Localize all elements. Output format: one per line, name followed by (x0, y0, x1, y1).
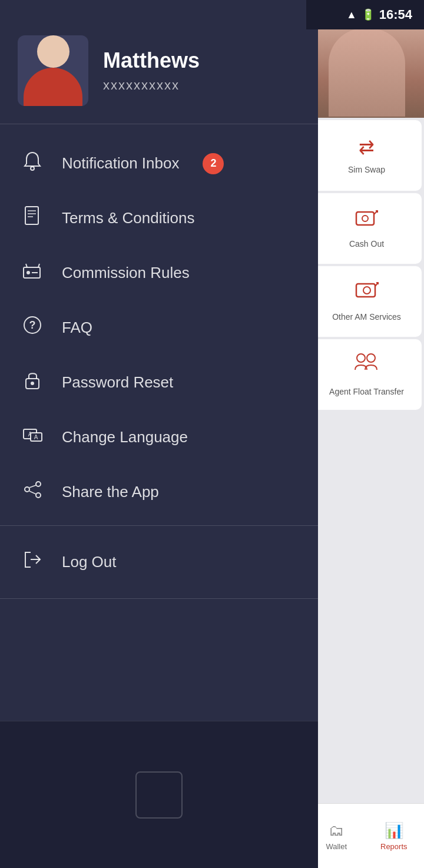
menu-list: Notification Inbox 2 Terms & Conditions (0, 124, 318, 721)
terms-conditions-label: Terms & Conditions (62, 209, 194, 227)
menu-divider-2 (0, 598, 318, 599)
svg-rect-0 (356, 212, 374, 225)
password-reset-icon (21, 370, 44, 395)
svg-point-14 (26, 271, 30, 274)
svg-point-5 (367, 354, 375, 362)
other-am-services-label: Other AM Services (332, 312, 401, 322)
cash-out-icon (355, 207, 379, 233)
reports-label: Reports (380, 842, 408, 851)
notification-icon (21, 151, 44, 176)
sim-swap-item[interactable]: ⇄ Sim Swap (312, 120, 422, 191)
user-info: Matthews xxxxxxxxxx (103, 48, 300, 93)
change-language-icon: A A (21, 425, 44, 450)
share-icon (21, 479, 44, 505)
side-drawer: Matthews xxxxxxxxxx Notification Inbox 2 (0, 0, 318, 868)
faq-label: FAQ (62, 319, 92, 337)
user-name: Matthews (103, 48, 300, 73)
menu-divider-1 (0, 525, 318, 526)
svg-rect-7 (25, 207, 38, 224)
share-app-label: Share the App (62, 483, 159, 501)
wallet-label: Wallet (326, 842, 347, 851)
menu-item-notification-inbox[interactable]: Notification Inbox 2 (0, 136, 318, 191)
svg-point-26 (36, 493, 41, 498)
reports-nav-item[interactable]: 📊 Reports (376, 817, 412, 856)
cash-out-label: Cash Out (349, 238, 384, 249)
svg-point-24 (36, 482, 41, 486)
menu-item-commission-rules[interactable]: Commission Rules (0, 246, 318, 300)
menu-item-password-reset[interactable]: Password Reset (0, 355, 318, 410)
status-bar: ▲ 🔋 16:54 (306, 0, 424, 29)
other-am-services-item[interactable]: Other AM Services (312, 266, 422, 337)
signal-icon: ▲ (346, 9, 357, 21)
svg-text:?: ? (29, 319, 35, 331)
svg-point-4 (357, 354, 365, 362)
wallet-nav-item[interactable]: 🗂 Wallet (321, 817, 352, 856)
svg-line-27 (29, 485, 36, 488)
svg-line-28 (29, 491, 36, 494)
menu-item-terms-conditions[interactable]: Terms & Conditions (0, 191, 318, 246)
menu-item-share-app[interactable]: Share the App (0, 465, 318, 519)
svg-point-19 (31, 382, 34, 385)
avatar (18, 35, 88, 106)
agent-float-transfer-item[interactable]: Agent Float Transfer (312, 339, 422, 410)
svg-point-3 (363, 287, 370, 294)
hero-photo (309, 26, 424, 118)
right-panel: 🔔 ⇄ Sim Swap Cash Out (309, 0, 424, 868)
menu-item-faq[interactable]: ? FAQ (0, 300, 318, 355)
logout-label: Log Out (62, 553, 117, 571)
agent-float-transfer-label: Agent Float Transfer (329, 386, 404, 397)
commission-icon (21, 260, 44, 286)
svg-point-6 (31, 167, 34, 170)
menu-item-change-language[interactable]: A A Change Language (0, 410, 318, 465)
bottom-nav: 🗂 Wallet 📊 Reports (309, 803, 424, 868)
drawer-footer (0, 721, 318, 868)
svg-text:A: A (34, 434, 38, 440)
logout-icon (21, 549, 44, 575)
status-time: 16:54 (379, 7, 412, 22)
reports-icon: 📊 (385, 821, 403, 840)
footer-decoration (135, 771, 183, 819)
notification-inbox-label: Notification Inbox (62, 154, 179, 173)
wallet-icon: 🗂 (329, 821, 344, 840)
agent-float-transfer-icon (352, 352, 382, 380)
terms-icon (21, 206, 44, 231)
sim-swap-label: Sim Swap (348, 164, 385, 175)
notification-badge: 2 (203, 153, 224, 174)
user-id: xxxxxxxxxx (103, 78, 300, 93)
battery-icon: 🔋 (362, 8, 375, 21)
svg-rect-2 (356, 284, 375, 297)
commission-rules-label: Commission Rules (62, 264, 190, 282)
cash-out-item[interactable]: Cash Out (312, 193, 422, 264)
menu-item-logout[interactable]: Log Out (0, 532, 318, 592)
password-reset-label: Password Reset (62, 373, 173, 392)
svg-point-1 (362, 216, 368, 221)
svg-point-25 (25, 487, 29, 492)
other-am-services-icon (355, 280, 379, 306)
sim-swap-icon: ⇄ (359, 136, 375, 158)
change-language-label: Change Language (62, 428, 188, 446)
user-header: Matthews xxxxxxxxxx (0, 0, 318, 124)
faq-icon: ? (21, 315, 44, 340)
